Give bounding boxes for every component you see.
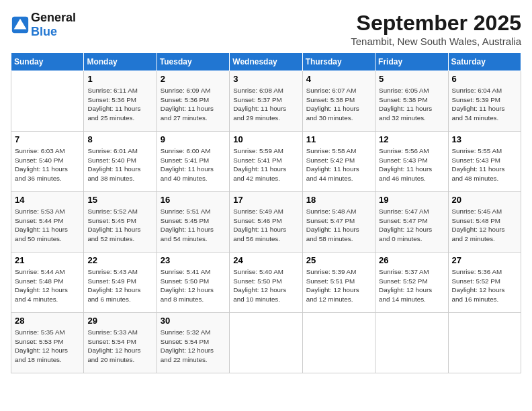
calendar-cell: 10Sunrise: 5:59 AM Sunset: 5:41 PM Dayli… <box>230 132 302 192</box>
day-number: 16 <box>161 195 226 205</box>
cell-info: Sunrise: 6:11 AM Sunset: 5:36 PM Dayligh… <box>87 86 152 123</box>
cell-info: Sunrise: 6:00 AM Sunset: 5:41 PM Dayligh… <box>161 146 226 183</box>
cell-info: Sunrise: 5:43 AM Sunset: 5:49 PM Dayligh… <box>87 267 152 304</box>
cell-info: Sunrise: 5:49 AM Sunset: 5:46 PM Dayligh… <box>233 207 298 244</box>
calendar-cell: 9Sunrise: 6:00 AM Sunset: 5:41 PM Daylig… <box>157 132 229 192</box>
calendar-cell: 11Sunrise: 5:58 AM Sunset: 5:42 PM Dayli… <box>302 132 375 192</box>
calendar-cell: 15Sunrise: 5:52 AM Sunset: 5:45 PM Dayli… <box>84 192 157 253</box>
cell-info: Sunrise: 5:33 AM Sunset: 5:54 PM Dayligh… <box>87 328 152 365</box>
calendar-cell <box>302 313 375 373</box>
day-number: 7 <box>15 134 80 144</box>
day-number: 6 <box>452 74 517 84</box>
calendar-cell: 24Sunrise: 5:40 AM Sunset: 5:50 PM Dayli… <box>230 253 302 313</box>
calendar-week-3: 14Sunrise: 5:53 AM Sunset: 5:44 PM Dayli… <box>11 192 521 253</box>
day-number: 14 <box>15 195 80 205</box>
calendar-cell: 12Sunrise: 5:56 AM Sunset: 5:43 PM Dayli… <box>375 132 448 192</box>
day-number: 20 <box>452 195 517 205</box>
calendar-cell: 2Sunrise: 6:09 AM Sunset: 5:36 PM Daylig… <box>157 71 229 132</box>
day-number: 24 <box>233 255 298 265</box>
logo-blue: Blue <box>31 25 57 38</box>
day-number: 2 <box>161 74 226 84</box>
calendar-cell: 7Sunrise: 6:03 AM Sunset: 5:40 PM Daylig… <box>11 132 84 192</box>
day-number: 22 <box>87 255 152 265</box>
cell-info: Sunrise: 5:41 AM Sunset: 5:50 PM Dayligh… <box>161 267 226 304</box>
day-number: 17 <box>233 195 298 205</box>
header-monday: Monday <box>84 53 157 71</box>
day-number: 10 <box>233 134 298 144</box>
calendar-week-5: 28Sunrise: 5:35 AM Sunset: 5:53 PM Dayli… <box>11 313 521 373</box>
cell-info: Sunrise: 5:45 AM Sunset: 5:48 PM Dayligh… <box>452 207 517 244</box>
day-number: 13 <box>452 134 517 144</box>
header-tuesday: Tuesday <box>157 53 229 71</box>
day-number: 9 <box>161 134 226 144</box>
cell-info: Sunrise: 5:53 AM Sunset: 5:44 PM Dayligh… <box>15 207 80 244</box>
calendar-cell: 23Sunrise: 5:41 AM Sunset: 5:50 PM Dayli… <box>157 253 229 313</box>
calendar-cell: 3Sunrise: 6:08 AM Sunset: 5:37 PM Daylig… <box>230 71 302 132</box>
day-number: 27 <box>452 255 517 265</box>
day-number: 5 <box>379 74 444 84</box>
cell-info: Sunrise: 6:05 AM Sunset: 5:38 PM Dayligh… <box>379 86 444 123</box>
day-number: 1 <box>87 74 152 84</box>
calendar-cell: 14Sunrise: 5:53 AM Sunset: 5:44 PM Dayli… <box>11 192 84 253</box>
cell-info: Sunrise: 5:35 AM Sunset: 5:53 PM Dayligh… <box>15 328 80 365</box>
calendar-cell: 13Sunrise: 5:55 AM Sunset: 5:43 PM Dayli… <box>448 132 521 192</box>
calendar-cell: 18Sunrise: 5:48 AM Sunset: 5:47 PM Dayli… <box>302 192 375 253</box>
calendar-header-row: SundayMondayTuesdayWednesdayThursdayFrid… <box>11 53 521 71</box>
logo-general: General <box>31 11 76 24</box>
cell-info: Sunrise: 5:48 AM Sunset: 5:47 PM Dayligh… <box>306 207 371 244</box>
cell-info: Sunrise: 5:32 AM Sunset: 5:54 PM Dayligh… <box>161 328 226 365</box>
calendar-cell <box>448 313 521 373</box>
day-number: 21 <box>15 255 80 265</box>
day-number: 19 <box>379 195 444 205</box>
day-number: 3 <box>233 74 298 84</box>
day-number: 30 <box>161 316 226 326</box>
day-number: 11 <box>306 134 371 144</box>
calendar-cell: 4Sunrise: 6:07 AM Sunset: 5:38 PM Daylig… <box>302 71 375 132</box>
cell-info: Sunrise: 5:39 AM Sunset: 5:51 PM Dayligh… <box>306 267 371 304</box>
day-number: 15 <box>87 195 152 205</box>
cell-info: Sunrise: 5:40 AM Sunset: 5:50 PM Dayligh… <box>233 267 298 304</box>
day-number: 23 <box>161 255 226 265</box>
header-saturday: Saturday <box>448 53 521 71</box>
header-thursday: Thursday <box>302 53 375 71</box>
calendar-cell: 17Sunrise: 5:49 AM Sunset: 5:46 PM Dayli… <box>230 192 302 253</box>
calendar-week-4: 21Sunrise: 5:44 AM Sunset: 5:48 PM Dayli… <box>11 253 521 313</box>
cell-info: Sunrise: 6:03 AM Sunset: 5:40 PM Dayligh… <box>15 146 80 183</box>
calendar-cell: 5Sunrise: 6:05 AM Sunset: 5:38 PM Daylig… <box>375 71 448 132</box>
cell-info: Sunrise: 5:55 AM Sunset: 5:43 PM Dayligh… <box>452 146 517 183</box>
calendar-cell: 1Sunrise: 6:11 AM Sunset: 5:36 PM Daylig… <box>84 71 157 132</box>
cell-info: Sunrise: 6:09 AM Sunset: 5:36 PM Dayligh… <box>161 86 226 123</box>
calendar-cell: 29Sunrise: 5:33 AM Sunset: 5:54 PM Dayli… <box>84 313 157 373</box>
calendar-cell: 30Sunrise: 5:32 AM Sunset: 5:54 PM Dayli… <box>157 313 229 373</box>
calendar-cell: 19Sunrise: 5:47 AM Sunset: 5:47 PM Dayli… <box>375 192 448 253</box>
logo: General Blue <box>11 11 76 39</box>
day-number: 18 <box>306 195 371 205</box>
cell-info: Sunrise: 6:04 AM Sunset: 5:39 PM Dayligh… <box>452 86 517 123</box>
calendar-cell: 25Sunrise: 5:39 AM Sunset: 5:51 PM Dayli… <box>302 253 375 313</box>
day-number: 25 <box>306 255 371 265</box>
cell-info: Sunrise: 5:36 AM Sunset: 5:52 PM Dayligh… <box>452 267 517 304</box>
cell-info: Sunrise: 5:52 AM Sunset: 5:45 PM Dayligh… <box>87 207 152 244</box>
calendar-cell: 8Sunrise: 6:01 AM Sunset: 5:40 PM Daylig… <box>84 132 157 192</box>
cell-info: Sunrise: 5:58 AM Sunset: 5:42 PM Dayligh… <box>306 146 371 183</box>
calendar-cell <box>11 71 84 132</box>
month-title: September 2025 <box>351 11 521 36</box>
header-sunday: Sunday <box>11 53 84 71</box>
calendar-cell: 20Sunrise: 5:45 AM Sunset: 5:48 PM Dayli… <box>448 192 521 253</box>
cell-info: Sunrise: 5:37 AM Sunset: 5:52 PM Dayligh… <box>379 267 444 304</box>
logo-icon <box>11 15 30 34</box>
calendar-table: SundayMondayTuesdayWednesdayThursdayFrid… <box>11 52 521 373</box>
calendar-cell <box>230 313 302 373</box>
day-number: 8 <box>87 134 152 144</box>
cell-info: Sunrise: 5:44 AM Sunset: 5:48 PM Dayligh… <box>15 267 80 304</box>
calendar-cell: 26Sunrise: 5:37 AM Sunset: 5:52 PM Dayli… <box>375 253 448 313</box>
calendar-cell: 16Sunrise: 5:51 AM Sunset: 5:45 PM Dayli… <box>157 192 229 253</box>
page-header: General Blue September 2025 Tenambit, Ne… <box>11 11 521 47</box>
header-friday: Friday <box>375 53 448 71</box>
day-number: 4 <box>306 74 371 84</box>
title-block: September 2025 Tenambit, New South Wales… <box>351 11 521 47</box>
location-title: Tenambit, New South Wales, Australia <box>351 36 521 47</box>
cell-info: Sunrise: 6:07 AM Sunset: 5:38 PM Dayligh… <box>306 86 371 123</box>
cell-info: Sunrise: 5:56 AM Sunset: 5:43 PM Dayligh… <box>379 146 444 183</box>
cell-info: Sunrise: 6:08 AM Sunset: 5:37 PM Dayligh… <box>233 86 298 123</box>
